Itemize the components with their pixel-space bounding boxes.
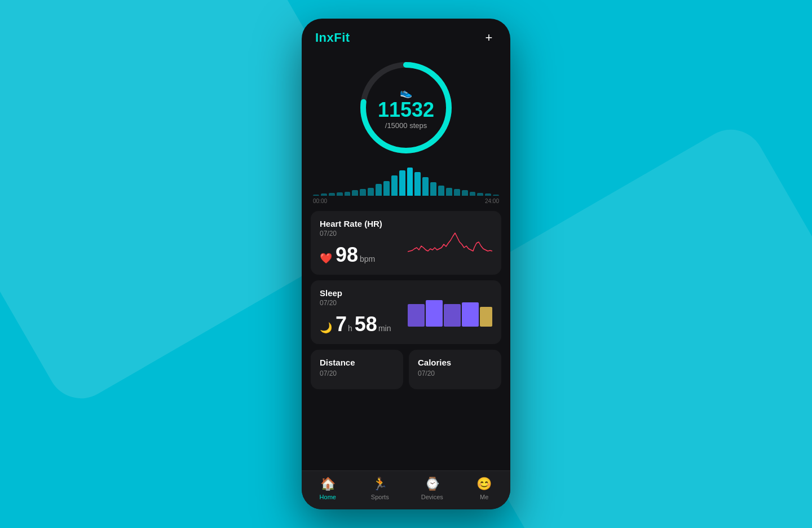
sleep-title: Sleep [320, 288, 391, 298]
bar [337, 192, 343, 196]
svg-rect-5 [462, 302, 479, 327]
hr-title: Heart Rate (HR) [320, 219, 382, 228]
bar [352, 190, 358, 196]
bar [399, 170, 405, 196]
bar [376, 184, 382, 196]
bar [493, 195, 499, 196]
hr-unit: bpm [360, 254, 375, 263]
chart-labels: 00:00 24:00 [313, 198, 499, 204]
steps-goal: /15000 steps [378, 121, 434, 130]
bar [430, 182, 436, 196]
bar [368, 188, 374, 196]
home-icon: 🏠 [320, 477, 336, 491]
nav-sports[interactable]: 🏃 Sports [363, 477, 397, 500]
bar [485, 193, 491, 196]
bar [438, 186, 444, 196]
heart-rate-card[interactable]: Heart Rate (HR) 07/20 ❤️ 98 bpm [311, 211, 501, 275]
calories-card[interactable]: Calories 07/20 [409, 350, 501, 389]
sleep-hours: 7 [336, 313, 347, 336]
calories-date: 07/20 [418, 369, 435, 377]
bar [391, 175, 398, 196]
nav-me[interactable]: 😊 Me [467, 477, 501, 500]
sleep-chart [408, 296, 492, 329]
sports-icon: 🏃 [372, 477, 387, 491]
me-icon: 😊 [476, 477, 492, 491]
metrics-row: Distance 07/20 Calories 07/20 [311, 350, 501, 389]
bar [360, 189, 366, 196]
bar [321, 193, 327, 196]
bar [407, 168, 413, 196]
svg-rect-4 [444, 304, 461, 327]
bar [383, 181, 390, 196]
app-logo: InxFit [315, 30, 350, 45]
chart-start-label: 00:00 [313, 198, 327, 204]
nav-home-label: Home [320, 494, 336, 500]
devices-icon: ⌚ [425, 477, 440, 491]
steps-ring: 👟 11532 /15000 steps [355, 57, 457, 159]
distance-card[interactable]: Distance 07/20 [311, 350, 403, 389]
nav-devices[interactable]: ⌚ Devices [415, 477, 449, 500]
bar [313, 195, 319, 196]
hr-value: 98 [336, 243, 358, 267]
scroll-content: Heart Rate (HR) 07/20 ❤️ 98 bpm [302, 204, 510, 470]
sleep-h-unit: h [348, 324, 352, 333]
bottom-nav: 🏠 Home 🏃 Sports ⌚ Devices 😊 Me [302, 470, 510, 509]
moon-icon: 🌙 [320, 322, 332, 334]
nav-home[interactable]: 🏠 Home [311, 477, 345, 500]
steps-center: 👟 11532 /15000 steps [378, 86, 434, 130]
hr-chart [408, 226, 492, 260]
nav-devices-label: Devices [421, 494, 443, 500]
bar [345, 192, 351, 196]
sleep-card[interactable]: Sleep 07/20 🌙 7 h 58 min [311, 280, 501, 344]
steps-count: 11532 [378, 100, 434, 120]
steps-icon: 👟 [378, 86, 434, 99]
phone-frame: InxFit + 👟 11532 /15000 steps 00:00 24:0… [302, 19, 510, 509]
add-button[interactable]: + [481, 30, 497, 46]
steps-section: 👟 11532 /15000 steps [302, 51, 510, 159]
bar [422, 177, 429, 196]
bar [477, 193, 483, 196]
bar [470, 192, 476, 196]
bar [414, 172, 421, 196]
activity-bar-chart [313, 168, 499, 196]
bar [462, 190, 468, 196]
nav-sports-label: Sports [371, 494, 389, 500]
bar [446, 188, 452, 196]
svg-rect-3 [426, 300, 443, 327]
calories-title: Calories [418, 358, 451, 367]
heart-icon: ❤️ [320, 252, 332, 265]
distance-title: Distance [320, 358, 355, 367]
sleep-minutes: 58 [355, 313, 377, 336]
header: InxFit + [302, 19, 510, 51]
sleep-date: 07/20 [320, 299, 391, 307]
distance-date: 07/20 [320, 369, 337, 377]
bar-chart-section: 00:00 24:00 [302, 159, 510, 204]
nav-me-label: Me [480, 494, 488, 500]
sleep-min-unit: min [378, 324, 391, 333]
bar [329, 193, 335, 196]
svg-rect-2 [408, 304, 425, 327]
bar [454, 189, 460, 196]
hr-date: 07/20 [320, 230, 382, 237]
chart-end-label: 24:00 [485, 198, 499, 204]
svg-rect-6 [480, 307, 492, 327]
